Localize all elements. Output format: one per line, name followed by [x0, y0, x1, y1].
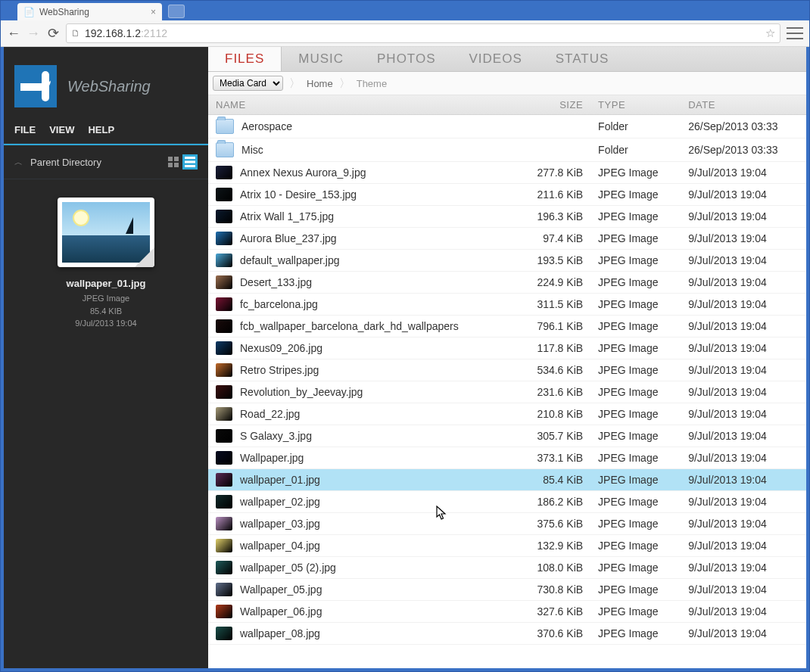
file-date: 9/Jul/2013 19:04: [681, 623, 806, 645]
file-size: 186.2 KiB: [517, 491, 590, 513]
table-row[interactable]: Annex Nexus Aurora_9.jpg277.8 KiBJPEG Im…: [208, 162, 806, 184]
image-thumb-icon: [216, 605, 232, 618]
table-row[interactable]: AerospaceFolder26/Sep/2013 03:33: [208, 115, 806, 138]
image-thumb-icon: [216, 297, 232, 311]
file-size: [517, 115, 590, 138]
grid-view-button[interactable]: [166, 154, 181, 170]
table-row[interactable]: Wallpaper_05.jpg730.8 KiBJPEG Image9/Jul…: [208, 579, 806, 601]
table-row[interactable]: wallpaper_01.jpg85.4 KiBJPEG Image9/Jul/…: [208, 469, 806, 491]
table-row[interactable]: Road_22.jpg210.8 KiBJPEG Image9/Jul/2013…: [208, 403, 806, 425]
tab-photos[interactable]: PHOTOS: [360, 47, 452, 71]
image-thumb-icon: [216, 341, 232, 355]
table-row[interactable]: default_wallpaper.jpg193.5 KiBJPEG Image…: [208, 250, 806, 272]
table-row[interactable]: Nexus09_206.jpg117.8 KiBJPEG Image9/Jul/…: [208, 338, 806, 359]
table-row[interactable]: wallpaper_05 (2).jpg108.0 KiBJPEG Image9…: [208, 557, 806, 579]
file-type: JPEG Image: [590, 294, 681, 316]
file-type: JPEG Image: [590, 601, 681, 623]
table-row[interactable]: Desert_133.jpg224.9 KiBJPEG Image9/Jul/2…: [208, 272, 806, 294]
image-thumb-icon: [216, 429, 232, 443]
col-type[interactable]: TYPE: [590, 95, 681, 115]
list-view-button[interactable]: [182, 154, 198, 170]
file-size: 210.8 KiB: [517, 403, 590, 425]
table-row[interactable]: wallpaper_03.jpg375.6 KiBJPEG Image9/Jul…: [208, 513, 806, 535]
tab-music[interactable]: MUSIC: [282, 47, 360, 71]
file-name: Annex Nexus Aurora_9.jpg: [240, 166, 366, 179]
col-size[interactable]: SIZE: [517, 95, 590, 115]
menu-file[interactable]: FILE: [14, 124, 36, 135]
tab-files[interactable]: FILES: [208, 47, 282, 71]
address-bar[interactable]: 🗋 192.168.1.2:2112 ☆: [66, 23, 780, 43]
file-date: 9/Jul/2013 19:04: [681, 579, 806, 601]
file-size: 193.5 KiB: [517, 250, 590, 272]
tab-status[interactable]: STATUS: [539, 47, 626, 71]
app-logo-icon: [14, 65, 57, 107]
new-tab-button[interactable]: [168, 5, 185, 18]
file-type: JPEG Image: [590, 272, 681, 294]
file-name: Aurora Blue_237.jpg: [240, 232, 337, 244]
table-row[interactable]: wallpaper_02.jpg186.2 KiBJPEG Image9/Jul…: [208, 491, 806, 513]
tab-videos[interactable]: VIDEOS: [453, 47, 539, 71]
file-name: wallpaper_01.jpg: [240, 474, 320, 486]
file-type: JPEG Image: [590, 206, 681, 228]
svg-rect-5: [185, 161, 195, 163]
col-name[interactable]: NAME: [208, 95, 517, 115]
breadcrumb-item[interactable]: Theme: [357, 78, 387, 89]
col-date[interactable]: DATE: [681, 95, 806, 115]
file-size: 373.1 KiB: [517, 447, 590, 469]
breadcrumb-item[interactable]: Home: [307, 78, 333, 89]
table-row[interactable]: S Galaxy_3.jpg305.7 KiBJPEG Image9/Jul/2…: [208, 425, 806, 447]
menu-view[interactable]: VIEW: [49, 124, 74, 135]
file-type: JPEG Image: [590, 491, 681, 513]
file-size: 311.5 KiB: [517, 294, 590, 316]
table-row[interactable]: Atrix 10 - Desire_153.jpg211.6 KiBJPEG I…: [208, 184, 806, 206]
browser-tab-title: WebSharing: [39, 7, 146, 17]
table-row[interactable]: wallpaper_08.jpg370.6 KiBJPEG Image9/Jul…: [208, 623, 806, 645]
table-row[interactable]: Aurora Blue_237.jpg97.4 KiBJPEG Image9/J…: [208, 228, 806, 250]
file-type: JPEG Image: [590, 381, 681, 403]
back-button[interactable]: ←: [7, 26, 20, 40]
table-row[interactable]: Retro Stripes.jpg534.6 KiBJPEG Image9/Ju…: [208, 359, 806, 381]
file-size: 211.6 KiB: [517, 184, 590, 206]
parent-directory-link[interactable]: ︿ Parent Directory: [14, 157, 101, 168]
file-name: Desert_133.jpg: [240, 276, 312, 288]
file-grid-scroll[interactable]: NAME SIZE TYPE DATE AerospaceFolder26/Se…: [208, 95, 806, 668]
svg-rect-3: [174, 163, 179, 167]
svg-rect-1: [174, 157, 179, 161]
window-close-button[interactable]: ✕: [784, 1, 806, 14]
table-row[interactable]: Wallpaper_06.jpg327.6 KiBJPEG Image9/Jul…: [208, 601, 806, 623]
image-thumb-icon: [216, 319, 232, 333]
file-name: wallpaper_04.jpg: [240, 540, 320, 552]
file-name: Aerospace: [241, 120, 292, 132]
file-type: JPEG Image: [590, 250, 681, 272]
image-thumb-icon: [216, 539, 232, 552]
table-row[interactable]: fcb_wallpaper_barcelona_dark_hd_wallpape…: [208, 316, 806, 338]
file-type: JPEG Image: [590, 403, 681, 425]
file-date: 26/Sep/2013 03:33: [681, 115, 806, 138]
file-size: [517, 138, 590, 162]
window-maximize-button[interactable]: ☐: [762, 1, 784, 14]
table-row[interactable]: Revolution_by_Jeevay.jpg231.6 KiBJPEG Im…: [208, 381, 806, 403]
window-minimize-button[interactable]: ─: [740, 1, 762, 14]
table-row[interactable]: MiscFolder26/Sep/2013 03:33: [208, 138, 806, 162]
file-date: 9/Jul/2013 19:04: [681, 359, 806, 381]
file-size: 375.6 KiB: [517, 513, 590, 535]
table-row[interactable]: fc_barcelona.jpg311.5 KiBJPEG Image9/Jul…: [208, 294, 806, 316]
file-type: JPEG Image: [590, 338, 681, 359]
parent-directory-label: Parent Directory: [30, 157, 101, 168]
table-row[interactable]: wallpaper_04.jpg132.9 KiBJPEG Image9/Jul…: [208, 535, 806, 557]
table-row[interactable]: Atrix Wall 1_175.jpg196.3 KiBJPEG Image9…: [208, 206, 806, 228]
tab-close-icon[interactable]: ×: [151, 7, 156, 17]
folder-icon: [216, 142, 234, 157]
table-row[interactable]: Wallpaper.jpg373.1 KiBJPEG Image9/Jul/20…: [208, 447, 806, 469]
file-size: 132.9 KiB: [517, 535, 590, 557]
browser-menu-button[interactable]: [787, 27, 803, 39]
file-size: 196.3 KiB: [517, 206, 590, 228]
reload-button[interactable]: ⟳: [46, 26, 60, 40]
file-name: Wallpaper.jpg: [240, 452, 304, 464]
file-type: JPEG Image: [590, 228, 681, 250]
file-size: 231.6 KiB: [517, 381, 590, 403]
source-select[interactable]: Media Card: [213, 76, 283, 91]
browser-tab[interactable]: 📄 WebSharing ×: [17, 3, 162, 20]
bookmark-star-icon[interactable]: ☆: [765, 26, 775, 40]
menu-help[interactable]: HELP: [88, 124, 114, 135]
